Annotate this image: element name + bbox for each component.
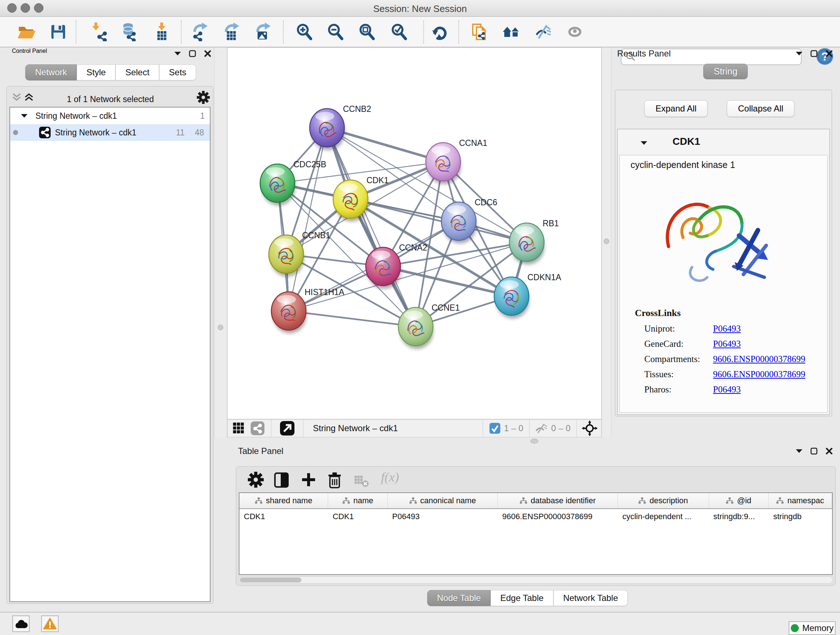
- crosslink-link[interactable]: P06493: [713, 324, 741, 334]
- crosslink-link[interactable]: P06493: [713, 339, 741, 349]
- column-header-name[interactable]: name: [328, 493, 388, 508]
- network-collection-row[interactable]: String Network – cdk1 1: [10, 108, 210, 124]
- hidden-eye-slash-icon[interactable]: [535, 423, 548, 434]
- node-CCNB1[interactable]: [269, 235, 304, 277]
- cloud-button[interactable]: [12, 616, 30, 632]
- selected-checkbox-icon[interactable]: [489, 423, 500, 434]
- network-view-toolbar: String Network – cdk1 1 – 0 0 – 0: [227, 419, 602, 437]
- column-header-shared-name[interactable]: shared name: [240, 493, 328, 508]
- crosslink-row: Pharos:P06493: [644, 385, 827, 394]
- left-splitter-handle[interactable]: [218, 325, 223, 330]
- node-CDKN1A[interactable]: [494, 277, 529, 318]
- eye-icon[interactable]: [565, 22, 585, 42]
- zoom-out-icon[interactable]: [325, 22, 346, 42]
- node-CCNE1[interactable]: [398, 307, 433, 349]
- right-splitter[interactable]: [602, 48, 611, 437]
- table-options-gear-icon[interactable]: [248, 472, 264, 488]
- cdk1-collapse-icon[interactable]: [641, 141, 647, 145]
- tab-network-table[interactable]: Network Table: [554, 590, 628, 606]
- network-canvas[interactable]: CCNB2CCNA1CDC25BCDK1CDC6RB1CCNB1CCNA2CDK…: [227, 48, 602, 419]
- node-CDC6[interactable]: [441, 202, 477, 244]
- close-panel-icon[interactable]: [826, 448, 833, 455]
- crosslink-link[interactable]: P06493: [713, 385, 741, 394]
- zoom-selected-icon[interactable]: [389, 22, 409, 42]
- grid-view-icon[interactable]: [233, 422, 245, 434]
- scrollbar-thumb[interactable]: [240, 578, 302, 583]
- crosslink-link[interactable]: 9606.ENSP00000378699: [713, 369, 805, 379]
- network-options-gear-icon[interactable]: [197, 91, 210, 104]
- column-header--id[interactable]: @id: [709, 493, 769, 508]
- collapse-panel-icon[interactable]: [796, 51, 802, 56]
- node-CCNA2[interactable]: [366, 247, 401, 289]
- network-selection-status: 1 of 1 Network selected: [7, 95, 214, 104]
- node-CCNB2[interactable]: [309, 109, 345, 150]
- table-cell: 9606.ENSP00000378699: [498, 512, 618, 521]
- node-CCNA1[interactable]: [426, 143, 461, 184]
- export-image-icon[interactable]: [253, 22, 273, 42]
- table-cell: stringdb:9...: [709, 512, 769, 521]
- network-row[interactable]: String Network – cdk1 11 48: [10, 124, 210, 141]
- import-database-icon[interactable]: [118, 22, 139, 42]
- import-table-icon[interactable]: [152, 22, 172, 42]
- float-panel-icon[interactable]: [810, 448, 818, 455]
- hide-panel-icon[interactable]: [533, 22, 553, 42]
- right-splitter-handle[interactable]: [604, 239, 609, 244]
- tab-string[interactable]: String: [703, 64, 748, 79]
- save-icon[interactable]: [48, 22, 68, 42]
- warnings-button[interactable]: [41, 616, 58, 632]
- crosslink-link[interactable]: 9606.ENSP00000378699: [713, 354, 805, 364]
- node-HIST1H1A[interactable]: [271, 292, 306, 333]
- table-horizontal-scrollbar[interactable]: [239, 576, 833, 584]
- show-columns-icon[interactable]: [273, 472, 290, 488]
- tab-sets[interactable]: Sets: [159, 65, 196, 80]
- clone-network-icon[interactable]: [469, 22, 489, 42]
- table-cell: cyclin-dependent ...: [618, 512, 709, 521]
- tab-node-table[interactable]: Node Table: [427, 590, 491, 606]
- export-table-icon[interactable]: [221, 22, 241, 42]
- string-view-icon[interactable]: [251, 421, 264, 435]
- left-splitter[interactable]: [214, 48, 227, 437]
- tab-edge-table[interactable]: Edge Table: [491, 590, 554, 606]
- edge-CDK1-RB1[interactable]: [351, 199, 527, 242]
- table-row[interactable]: CDK1CDK1P064939606.ENSP00000378699cyclin…: [240, 509, 832, 524]
- column-header-description[interactable]: description: [618, 493, 709, 508]
- column-header-namespac[interactable]: namespac: [769, 493, 832, 508]
- column-type-icon: [409, 497, 417, 504]
- node-CDC25B[interactable]: [260, 164, 295, 206]
- collection-expand-icon[interactable]: [21, 114, 27, 118]
- memory-button[interactable]: Memory: [789, 621, 836, 635]
- refresh-icon[interactable]: [429, 22, 450, 42]
- zoom-in-icon[interactable]: [294, 22, 315, 42]
- close-panel-icon[interactable]: [826, 50, 833, 57]
- edge-CCNA2-CDKN1A[interactable]: [383, 266, 512, 296]
- close-panel-icon[interactable]: [204, 50, 211, 57]
- collapse-panel-icon[interactable]: [174, 51, 181, 56]
- edge-HIST1H1A-CCNE1[interactable]: [289, 311, 416, 326]
- import-network-icon[interactable]: [88, 22, 109, 42]
- expand-all-button[interactable]: Expand All: [644, 100, 707, 117]
- tab-select[interactable]: Select: [115, 65, 159, 80]
- tab-network[interactable]: Network: [25, 65, 77, 80]
- export-network-icon[interactable]: [189, 22, 210, 42]
- birds-eye-crosshair-icon[interactable]: [582, 420, 598, 436]
- edge-CCNB2-HIST1H1A[interactable]: [289, 128, 327, 311]
- collapse-all-button[interactable]: Collapse All: [727, 100, 794, 117]
- float-panel-icon[interactable]: [189, 50, 196, 57]
- delete-column-icon[interactable]: [327, 472, 343, 489]
- open-in-new-icon[interactable]: [280, 421, 294, 435]
- session-home-icon[interactable]: [501, 22, 522, 42]
- column-header-database-identifier[interactable]: database identifier: [498, 493, 618, 508]
- column-label: canonical name: [420, 496, 476, 505]
- main-toolbar: ?: [0, 17, 840, 48]
- float-panel-icon[interactable]: [810, 50, 818, 57]
- bottom-splitter-handle[interactable]: [531, 439, 538, 443]
- zoom-fit-icon[interactable]: [357, 22, 377, 42]
- collapse-panel-icon[interactable]: [796, 449, 802, 453]
- tab-style[interactable]: Style: [77, 65, 115, 80]
- add-column-icon[interactable]: [301, 472, 317, 488]
- node-RB1[interactable]: [509, 223, 545, 264]
- node-CDK1[interactable]: [333, 180, 368, 222]
- open-folder-icon[interactable]: [16, 22, 36, 42]
- network-view-title: String Network – cdk1: [313, 423, 398, 433]
- column-header-canonical-name[interactable]: canonical name: [388, 493, 498, 508]
